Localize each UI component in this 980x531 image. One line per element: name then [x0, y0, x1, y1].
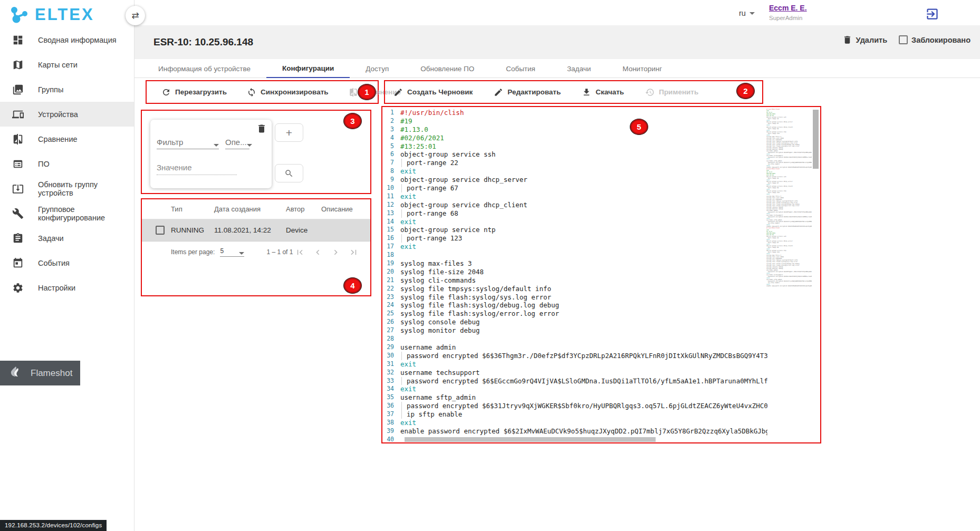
annotation-box-3: Фильтр Опе... Значение + [141, 110, 371, 194]
delete-device-button[interactable]: Удалить [842, 35, 888, 45]
prev-page-icon[interactable] [313, 247, 323, 257]
line-text: syslog console debug [400, 318, 480, 326]
flameshot-label: Flameshot [31, 368, 72, 379]
sidebar-item-devices[interactable]: Устройства [0, 102, 134, 127]
add-filter-button[interactable]: + [275, 123, 303, 142]
sidebar-item-settings[interactable]: Настройки [0, 275, 134, 300]
reload-button[interactable]: Перезагрузить [161, 88, 227, 97]
page-size-select[interactable]: 5 [220, 247, 244, 257]
blocked-checkbox[interactable] [899, 35, 908, 44]
code-line: 29username admin [382, 343, 767, 352]
code-line: 18 [382, 251, 767, 259]
edit-button[interactable]: Редактировать [494, 88, 561, 97]
sidebar-item-update-device-group[interactable]: Обновить группу устройств [0, 176, 134, 201]
line-text: password encrypted $6$EGccmGo9rQ4VIjVA$L… [401, 377, 767, 385]
sidebar-item-summary[interactable]: Сводная информация [0, 27, 134, 52]
sidebar-item-label: Настройки [38, 284, 75, 292]
filter-value-input[interactable]: Значение [157, 163, 237, 175]
line-text: ip sftp enable [401, 410, 462, 419]
sidebar-item-compare[interactable]: Сравнение [0, 127, 134, 151]
row-checkbox[interactable] [156, 226, 165, 235]
line-number: 8 [382, 167, 400, 176]
last-page-icon[interactable] [349, 247, 359, 257]
line-text: syslog max-files 3 [400, 259, 472, 268]
line-number: 35 [382, 393, 400, 402]
code-line: 28 [382, 335, 767, 343]
devices-icon [12, 109, 24, 120]
create-draft-button[interactable]: Создать Черновик [393, 88, 473, 97]
filter-field-select[interactable]: Фильтр [157, 138, 219, 149]
pencil-icon [393, 88, 403, 97]
annotation-box-2: Создать ЧерновикРедактироватьСкачатьПрим… [384, 80, 763, 104]
col-type: Тип [171, 205, 214, 213]
line-number: 4 [382, 134, 400, 142]
col-author: Автор [286, 205, 321, 213]
sidebar-item-events[interactable]: События [0, 250, 134, 275]
tab-access[interactable]: Доступ [350, 59, 405, 78]
tab-device-info[interactable]: Информация об устройстве [142, 59, 266, 78]
filter-card: Фильтр Опе... Значение [150, 120, 272, 188]
history-icon [645, 88, 655, 97]
next-page-icon[interactable] [331, 247, 341, 257]
minimap-line: enable password encrypted $6$2IxMvWAEuDC… [766, 285, 812, 287]
tab-tasks[interactable]: Задачи [551, 59, 607, 78]
config-editor[interactable]: 1#!/usr/bin/clish2#193#1.13.04#02/06/202… [382, 109, 767, 443]
filter-operator-select[interactable]: Опе... [225, 138, 249, 149]
software-icon [12, 158, 24, 170]
sidebar-item-groups[interactable]: Группы [0, 77, 134, 102]
line-text: object-group service dhcp_client [400, 201, 527, 209]
line-text: port-range 123 [401, 234, 462, 243]
first-page-icon[interactable] [295, 247, 305, 257]
line-number: 11 [382, 192, 400, 201]
blocked-toggle[interactable]: Заблокировано [899, 35, 971, 44]
page-title: ESR-10: 10.25.96.148 [153, 36, 253, 48]
device-tabs: Информация об устройствеКонфигурацииДост… [134, 59, 980, 78]
user-name-link[interactable]: Eccm E. E. [769, 4, 807, 12]
line-number: 21 [382, 276, 400, 285]
code-line: 20syslog file-size 2048 [382, 268, 767, 276]
line-number: 29 [382, 343, 400, 352]
line-text: syslog file flash:syslog/sys.log error [400, 293, 551, 302]
search-button[interactable] [275, 164, 303, 182]
tab-monitoring[interactable]: Мониторинг [607, 59, 678, 78]
code-line: 4#02/06/2021 [382, 134, 767, 142]
code-line: 16port-range 123 [382, 234, 767, 243]
vertical-scrollbar[interactable] [813, 110, 819, 169]
code-line: 21syslog cli-commands [382, 276, 767, 285]
edit-label: Редактировать [507, 88, 561, 96]
col-description: Описание [321, 205, 370, 213]
horizontal-scrollbar[interactable] [405, 437, 656, 442]
language-select[interactable]: ru [739, 9, 755, 17]
code-line: 26syslog console debug [382, 318, 767, 326]
line-number: 9 [382, 176, 400, 184]
sidebar-item-label: Группы [38, 85, 63, 94]
line-number: 18 [382, 251, 400, 259]
code-line: 33password encrypted $6$EGccmGo9rQ4VIjVA… [382, 377, 767, 385]
sync-button[interactable]: Синхронизировать [247, 88, 329, 97]
code-line: 36password encrypted $6$31Jtryv9qXjWGKER… [382, 402, 767, 410]
line-number: 15 [382, 226, 400, 234]
sidebar-item-tasks[interactable]: Задачи [0, 226, 134, 250]
line-text: exit [400, 192, 416, 201]
device-actions: Удалить Заблокировано [842, 35, 971, 45]
download-button[interactable]: Скачать [582, 88, 624, 97]
logout-icon[interactable] [925, 7, 939, 21]
tab-configurations[interactable]: Конфигурации [266, 59, 350, 78]
sidebar-item-software[interactable]: ПО [0, 151, 134, 176]
line-text: object-group service ntp [400, 226, 496, 234]
line-number: 39 [382, 427, 400, 436]
sidebar-menu: Сводная информацияКарты сетиГруппыУстрой… [0, 27, 134, 300]
minimap-line: password encrypted $6$36Thgm3r./D0efzP$d… [766, 271, 812, 273]
create-draft-label: Создать Черновик [407, 88, 473, 96]
sidebar-collapse-button[interactable]: ⇄ [126, 6, 145, 25]
pagination: Items per page: 5 1 – 1 of 1 [142, 242, 370, 263]
sidebar-item-group-configuration[interactable]: Групповое конфигурирование [0, 201, 134, 226]
table-row[interactable]: RUNNING 11.08.2021, 14:22 Device [142, 219, 370, 242]
filter-trash-icon[interactable] [256, 123, 267, 134]
sidebar-item-network-maps[interactable]: Карты сети [0, 52, 134, 77]
tab-firmware-update[interactable]: Обновление ПО [405, 59, 490, 78]
line-number: 16 [382, 234, 400, 243]
line-number: 14 [382, 218, 400, 226]
line-number: 19 [382, 259, 400, 268]
tab-events[interactable]: События [490, 59, 551, 78]
